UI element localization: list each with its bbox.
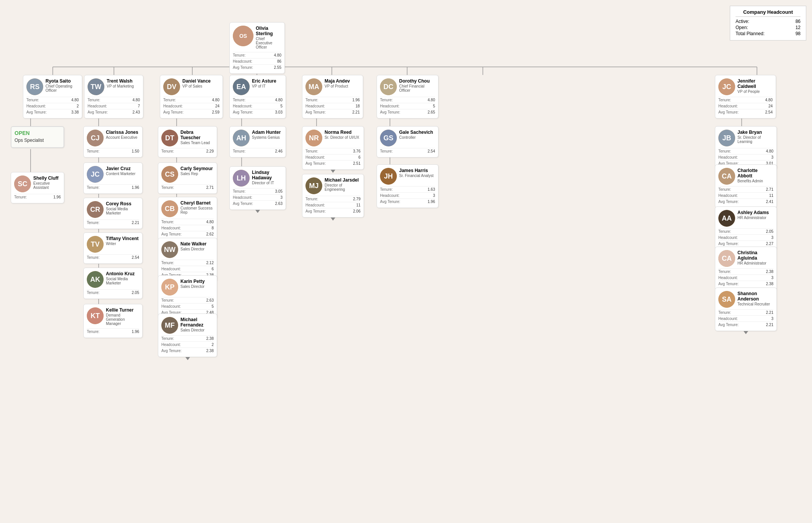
title-clarissa: Account Executive [106, 135, 138, 140]
title-daniel: VP of Sales [182, 84, 211, 88]
name-ashley: Ashley Adams [737, 210, 769, 215]
hc-olivia: 86 [277, 59, 281, 63]
open-label: Open: [736, 25, 748, 30]
card-michael-f[interactable]: MF Michael Fernandez Sales Director Tenu… [158, 313, 217, 357]
avatar-michael-j: MJ [305, 177, 322, 194]
card-james[interactable]: JH James Harris Sr. Financial Analyst Te… [377, 164, 438, 208]
name-debra: Debra Tuescher [180, 130, 214, 140]
total-value: 98 [796, 31, 801, 36]
card-open-ops[interactable]: OPEN Ops Specialist [11, 126, 64, 148]
card-eric[interactable]: EA Eric Asture VP of IT Tenure: 4.80 Hea… [229, 75, 286, 119]
card-cheryl[interactable]: CB Cheryl Barnet Customer Success Rep Te… [158, 197, 217, 240]
avatar-adam: AH [233, 130, 250, 146]
avatar-lindsay: LH [233, 170, 250, 187]
card-nate[interactable]: NW Nate Walker Sales Director Tenure: 2.… [158, 238, 217, 281]
title-eric: VP of IT [252, 84, 276, 88]
name-dorothy: Dorothy Chou [399, 78, 435, 84]
avatar-antonio: AK [87, 271, 104, 288]
title-nate: Sales Director [180, 247, 206, 251]
name-daniel: Daniel Vance [182, 78, 211, 84]
avatar-ashley: AA [718, 210, 735, 227]
name-cheryl: Cheryl Barnet [180, 200, 214, 206]
title-ashley: HR Administrator [737, 216, 769, 220]
card-jennifer[interactable]: JC Jennifer Caldwell VP of People Tenure… [715, 75, 776, 119]
avatar-trent: TW [88, 78, 104, 95]
title-ryota: Chief Operating Officer [45, 84, 79, 93]
card-christina[interactable]: CA Christina Agluinda HR Administrator T… [715, 247, 777, 290]
arrow-michael-j [331, 218, 335, 221]
avatar-james: JH [380, 168, 397, 185]
avatar-clarissa: CJ [87, 130, 104, 146]
avatar-kellie: KT [87, 307, 104, 324]
tenure-label-olivia: Tenure: [233, 53, 245, 57]
avatar-michael-f: MF [161, 317, 178, 334]
card-norma[interactable]: NR Norma Reed Sr. Director of UI/UX Tenu… [302, 126, 364, 170]
title-christina: HR Administrator [737, 261, 773, 265]
card-ryota[interactable]: RS Ryota Saito Chief Operating Officer T… [23, 75, 82, 119]
active-label: Active: [736, 19, 749, 24]
card-antonio[interactable]: AK Antonio Kruz Social Media Marketer Te… [83, 268, 143, 299]
name-tiffany: Tiffany Vincent [106, 236, 139, 241]
card-maja[interactable]: MA Maja Andev VP of Product Tenure: 1.96… [302, 75, 363, 119]
card-tiffany[interactable]: TV Tiffany Vincent Writer Tenure: 2.54 [83, 232, 143, 264]
avatar-eric: EA [233, 78, 250, 95]
headcount-active-row: Active: 86 [736, 19, 801, 24]
avatar-norma: NR [305, 130, 322, 146]
name-ryota: Ryota Saito [45, 78, 79, 84]
title-trent: VP of Marketing [107, 84, 134, 88]
card-shelly[interactable]: SC Shelly Cluff Executive Assistant Tenu… [11, 172, 64, 203]
card-olivia[interactable]: OS Olivia Sterling Chief Executive Offic… [229, 22, 285, 74]
avatar-olivia: OS [233, 26, 253, 46]
name-clarissa: Clarissa Jones [106, 130, 138, 135]
card-charlotte[interactable]: CA Charlotte Abbott Benefits Admin Tenur… [715, 164, 777, 208]
title-michael-j: Director of Engineering [325, 183, 361, 192]
name-norma: Norma Reed [325, 130, 359, 135]
avatar-dorothy: DC [380, 78, 397, 95]
card-trent[interactable]: TW Trent Walsh VP of Marketing Tenure: 4… [84, 75, 143, 119]
hc-label-olivia: Headcount: [233, 59, 252, 63]
card-ashley[interactable]: AA Ashley Adams HR Administrator Tenure:… [715, 206, 777, 250]
title-james: Sr. Financial Analyst [399, 174, 434, 178]
name-michael-f: Michael Fernandez [180, 317, 214, 328]
card-kellie[interactable]: KT Kellie Turner Demand Generation Manag… [83, 304, 143, 338]
arrow-michael-f [185, 357, 190, 360]
avatar-carly: CS [161, 166, 178, 183]
name-maja: Maja Andev [325, 78, 350, 84]
title-javier: Content Marketer [106, 172, 135, 176]
title-debra: Sales Team Lead [180, 141, 214, 145]
card-corey[interactable]: CR Corey Ross Social Media Marketer Tenu… [83, 198, 143, 229]
card-jake[interactable]: JB Jake Bryan Sr. Director of Learning T… [715, 126, 777, 170]
card-daniel[interactable]: DV Daniel Vance VP of Sales Tenure: 4.80… [160, 75, 223, 119]
card-shannon[interactable]: SA Shannon Anderson Technical Recruiter … [715, 287, 777, 331]
name-nate: Nate Walker [180, 241, 206, 247]
at-olivia: 2.55 [274, 65, 281, 70]
name-javier: Javier Cruz [106, 166, 135, 171]
card-debra[interactable]: DT Debra Tuescher Sales Team Lead Tenure… [158, 126, 217, 158]
card-carly[interactable]: CS Carly Seymour Sales Rep Tenure: 2.71 [158, 162, 217, 194]
title-cheryl: Customer Success Rep [180, 206, 214, 214]
card-dorothy[interactable]: DC Dorothy Chou Chief Financial Officer … [377, 75, 438, 119]
title-shannon: Technical Recruiter [737, 302, 773, 306]
name-jake: Jake Bryan [737, 130, 773, 135]
title-karin: Sales Director [180, 284, 205, 289]
avatar-shelly: SC [14, 175, 31, 192]
card-adam[interactable]: AH Adam Hunter Systems Genius Tenure: 2.… [229, 126, 286, 158]
avatar-javier: JC [87, 166, 104, 183]
name-shannon: Shannon Anderson [737, 291, 773, 302]
open-value: 12 [796, 25, 801, 30]
title-shelly: Executive Assistant [33, 181, 61, 190]
card-lindsay[interactable]: LH Lindsay Hadaway Director of IT Tenure… [229, 166, 286, 210]
card-javier[interactable]: JC Javier Cruz Content Marketer Tenure: … [83, 162, 143, 194]
card-michael-j[interactable]: MJ Michael Jarsdel Director of Engineeri… [302, 174, 364, 218]
name-karin: Karin Petty [180, 279, 205, 284]
card-gale[interactable]: GS Gale Sachevich Controller Tenure: 2.5… [377, 126, 438, 158]
card-clarissa[interactable]: CJ Clarissa Jones Account Executive Tenu… [83, 126, 143, 158]
card-karin[interactable]: KP Karin Petty Sales Director Tenure: 2.… [158, 275, 217, 319]
avatar-maja: MA [305, 78, 322, 95]
name-jennifer: Jennifer Caldwell [737, 78, 773, 89]
name-trent: Trent Walsh [107, 78, 134, 84]
avatar-christina: CA [718, 250, 735, 267]
avatar-gale: GS [380, 130, 397, 146]
title-maja: VP of Product [325, 84, 350, 88]
name-charlotte: Charlotte Abbott [737, 168, 773, 179]
